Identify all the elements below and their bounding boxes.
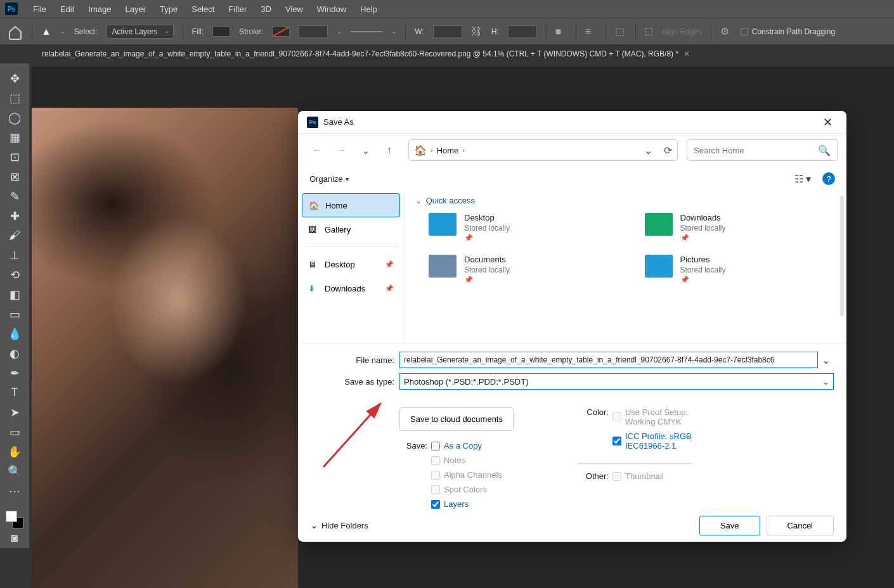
constrain-option[interactable]: Constrain Path Dragging	[741, 27, 835, 36]
save-cloud-button[interactable]: Save to cloud documents	[399, 407, 514, 431]
blur-tool[interactable]: 💧	[4, 324, 25, 343]
type-select[interactable]: Photoshop (*.PSD;*.PDD;*.PSDT) ⌄	[399, 373, 834, 390]
shape-tool[interactable]: ▭	[4, 422, 25, 442]
search-box[interactable]: 🔍	[687, 139, 838, 161]
as-copy-check[interactable]: As a Copy	[431, 441, 502, 451]
healing-tool[interactable]: ✚	[4, 206, 25, 226]
stroke-style[interactable]	[351, 31, 382, 32]
hide-folders-toggle[interactable]: ⌄ Hide Folders	[311, 521, 368, 530]
divider	[606, 24, 606, 39]
sidebar-item-desktop[interactable]: 🖥 Desktop 📌	[302, 252, 400, 276]
cancel-button[interactable]: Cancel	[767, 516, 834, 535]
chevron-down-icon[interactable]: ⌄	[60, 28, 65, 35]
frame-tool[interactable]: ⊠	[4, 167, 25, 186]
folder-pictures[interactable]: Pictures Stored locally 📌	[645, 255, 836, 284]
color-swatches[interactable]	[6, 511, 23, 528]
fill-swatch[interactable]	[212, 27, 230, 37]
gradient-tool[interactable]: ▭	[4, 304, 25, 324]
help-icon[interactable]: ?	[822, 172, 835, 185]
folder-desktop[interactable]: Desktop Stored locally 📌	[429, 213, 619, 242]
close-dialog-icon[interactable]: ✕	[818, 113, 838, 132]
folder-documents[interactable]: Documents Stored locally 📌	[429, 255, 619, 284]
menu-window[interactable]: Window	[311, 2, 353, 16]
search-icon[interactable]: 🔍	[818, 144, 831, 157]
chevron-down-icon[interactable]: ⌄	[391, 28, 396, 35]
menu-select[interactable]: Select	[185, 2, 221, 16]
path-select-tool[interactable]: ➤	[4, 402, 25, 422]
sidebar-item-home[interactable]: 🏠 Home	[302, 193, 400, 217]
menu-view[interactable]: View	[279, 2, 309, 16]
document-tab[interactable]: relabelai_Generate_an_image_of_a_white_e…	[34, 46, 697, 62]
gear-icon[interactable]: ⚙	[720, 25, 732, 37]
marquee-tool[interactable]: ⬚	[4, 88, 25, 108]
refresh-icon[interactable]: ⟳	[664, 144, 672, 157]
lasso-tool[interactable]: ◯	[4, 108, 25, 127]
crop-tool[interactable]: ⊡	[4, 147, 25, 167]
menu-filter[interactable]: Filter	[222, 2, 253, 16]
scrollbar[interactable]	[840, 196, 844, 316]
zoom-tool[interactable]: 🔍	[4, 461, 25, 481]
save-button[interactable]: Save	[699, 516, 760, 535]
home-icon[interactable]	[8, 25, 23, 39]
align-edges-checkbox[interactable]	[645, 28, 652, 35]
chevron-down-icon[interactable]: ⌄	[644, 144, 652, 157]
icc-check[interactable]: ICC Profile: sRGBIEC61966-2.1	[612, 431, 692, 451]
menu-layer[interactable]: Layer	[119, 2, 153, 16]
chevron-down-icon[interactable]: ⌄	[337, 28, 342, 35]
menu-help[interactable]: Help	[354, 2, 384, 16]
search-input[interactable]	[694, 146, 818, 155]
sidebar-item-gallery[interactable]: 🖼 Gallery	[302, 217, 400, 241]
back-button[interactable]: ←	[307, 140, 327, 160]
type-tool[interactable]: T	[4, 383, 25, 402]
history-brush-tool[interactable]: ⟲	[4, 265, 25, 284]
stroke-swatch[interactable]	[272, 27, 290, 37]
filename-input[interactable]	[399, 352, 818, 368]
menu-3d[interactable]: 3D	[254, 2, 278, 16]
edit-toolbar[interactable]: ⋯	[4, 481, 25, 501]
constrain-checkbox[interactable]	[741, 28, 748, 35]
hand-tool[interactable]: ✋	[4, 442, 25, 461]
menu-image[interactable]: Image	[82, 2, 117, 16]
quick-access-header[interactable]: ⌄ Quick access	[416, 196, 835, 205]
arrange-icon[interactable]: ⬚	[615, 25, 626, 37]
close-tab-icon[interactable]: ✕	[683, 49, 690, 58]
breadcrumb[interactable]: 🏠 › Home › ⌄ ⟳	[408, 139, 678, 161]
align-icon[interactable]: ≡	[585, 26, 597, 37]
height-input[interactable]	[508, 25, 537, 38]
stamp-tool[interactable]: ⊥	[4, 245, 25, 265]
pen-tool[interactable]: ✒	[4, 363, 25, 383]
form-area: File name: ⌄ Save as type: Photoshop (*.…	[298, 343, 846, 402]
home-icon[interactable]: 🏠	[414, 144, 427, 157]
menu-file[interactable]: File	[27, 2, 53, 16]
fg-color[interactable]	[6, 511, 17, 522]
view-options-icon[interactable]: ☷ ▾	[794, 173, 811, 185]
up-button[interactable]: ↑	[379, 140, 399, 160]
menu-edit[interactable]: Edit	[54, 2, 81, 16]
document-canvas[interactable]	[32, 108, 298, 588]
organize-menu[interactable]: Organize▾	[309, 174, 349, 184]
width-input[interactable]	[433, 25, 462, 38]
quick-select-tool[interactable]: ▦	[4, 127, 25, 147]
sidebar-item-downloads[interactable]: ⬇ Downloads 📌	[302, 276, 400, 300]
forward-button[interactable]: →	[331, 140, 351, 160]
file-panel: ⌄ Quick access Desktop Stored locally 📌 …	[405, 191, 846, 343]
recent-dropdown[interactable]: ⌄	[355, 140, 375, 160]
quick-mask[interactable]: ◙	[4, 528, 25, 548]
path-ops-icon[interactable]: ■	[555, 26, 567, 37]
breadcrumb-home[interactable]: Home	[437, 146, 459, 155]
move-tool[interactable]: ✥	[4, 68, 25, 88]
eyedropper-tool[interactable]: ✎	[4, 186, 25, 206]
color-label: Color:	[577, 407, 609, 417]
select-dropdown[interactable]: Active Layers ⌄	[107, 25, 174, 39]
thumbnail-check: Thumbnail	[612, 471, 664, 481]
brush-tool[interactable]: 🖌	[4, 226, 25, 245]
eraser-tool[interactable]: ◧	[4, 284, 25, 304]
layers-check[interactable]: Layers	[431, 499, 502, 509]
menu-type[interactable]: Type	[153, 2, 184, 16]
stroke-width-input[interactable]	[299, 25, 328, 38]
folder-downloads[interactable]: Downloads Stored locally 📌	[645, 213, 836, 242]
dodge-tool[interactable]: ◐	[4, 343, 25, 363]
path-tool-icon[interactable]: ▲	[41, 26, 51, 37]
chevron-down-icon[interactable]: ⌄	[818, 354, 834, 366]
link-icon[interactable]: ⛓	[471, 26, 483, 37]
